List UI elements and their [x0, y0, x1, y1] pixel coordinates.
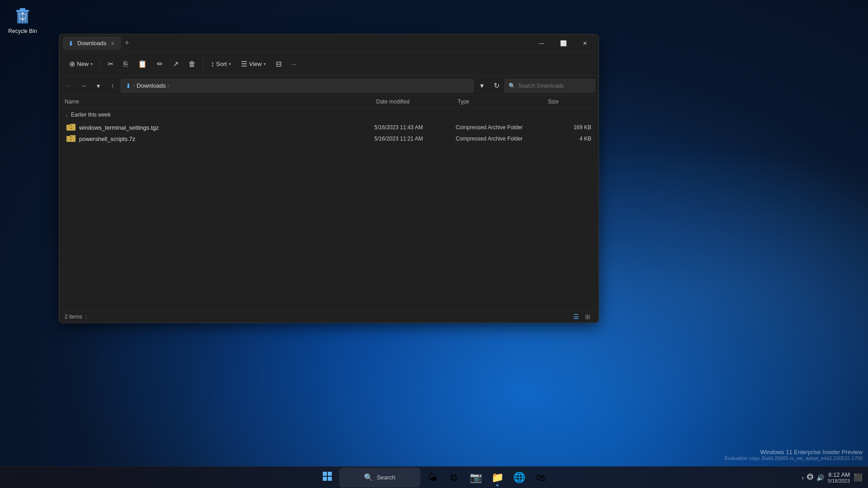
- search-box[interactable]: 🔍: [505, 79, 595, 93]
- toolbar-separator-2: [203, 59, 203, 70]
- volume-tray-icon[interactable]: 🔊: [816, 474, 824, 481]
- file-date-0: 5/16/2023 11:43 AM: [374, 124, 456, 131]
- file-name-cell: powershell_scripts.7z: [66, 135, 374, 142]
- sort-icon: ↕: [211, 60, 214, 68]
- table-row[interactable]: powershell_scripts.7z 5/16/2023 11:21 AM…: [61, 133, 597, 144]
- archive-folder-icon: [66, 124, 75, 131]
- watermark: Windows 11 Enterprise Insider Preview Ev…: [724, 449, 863, 461]
- rename-icon: ✏: [157, 60, 163, 68]
- svg-rect-4: [70, 127, 72, 127]
- table-row[interactable]: windows_terminal_settings.tgz 5/16/2023 …: [61, 122, 597, 133]
- tiles-view-button[interactable]: ⊞: [582, 312, 593, 321]
- widgets-button[interactable]: 🌤: [422, 468, 442, 488]
- recycle-bin-icon[interactable]: Recycle Bin: [5, 5, 41, 34]
- search-input[interactable]: [518, 83, 591, 89]
- edge-button[interactable]: 🌐: [509, 468, 529, 488]
- back-button[interactable]: ←: [63, 80, 75, 92]
- copy-button[interactable]: ⎘: [119, 57, 132, 71]
- close-button[interactable]: ✕: [575, 37, 595, 50]
- recycle-bin-label: Recycle Bin: [8, 28, 37, 34]
- file-list: Name Date modified Type Size ⌄ Earlier t…: [59, 96, 599, 310]
- view-button[interactable]: ☰ View ▾: [236, 57, 270, 71]
- address-dropdown-button[interactable]: ▾: [476, 80, 488, 92]
- file-type-1: Compressed Archive Folder: [456, 136, 546, 142]
- rename-button[interactable]: ✏: [152, 57, 167, 71]
- paste-icon: 📋: [138, 60, 147, 68]
- tab-close-button[interactable]: ×: [110, 40, 115, 47]
- taskbar: 🔍 Search 🌤 ⧉ 📷 📁 🌐 🛍 ‹: [0, 466, 868, 488]
- delete-button[interactable]: 🗑: [184, 57, 200, 71]
- column-type[interactable]: Type: [458, 99, 548, 105]
- store-button[interactable]: 🛍: [531, 468, 551, 488]
- system-tray: ‹ 🔊 8:12 AM 5/18/2023 ⬛: [802, 471, 863, 483]
- clock[interactable]: 8:12 AM 5/18/2023: [828, 471, 850, 483]
- task-view-button[interactable]: ⧉: [444, 468, 464, 488]
- share-button[interactable]: ↗: [168, 57, 183, 71]
- up-button[interactable]: ↑: [106, 80, 119, 92]
- address-path[interactable]: ⬇ › Downloads ›: [121, 79, 474, 93]
- download-tab-icon: ⬇: [68, 40, 74, 47]
- new-tab-button[interactable]: +: [121, 38, 133, 48]
- clock-time: 8:12 AM: [828, 471, 850, 478]
- forward-button[interactable]: →: [77, 80, 90, 92]
- filter-button[interactable]: ⊟: [271, 57, 286, 71]
- view-chevron-icon: ▾: [264, 61, 266, 66]
- new-button[interactable]: ⊕ New ▾: [65, 57, 97, 71]
- file-date-1: 5/16/2023 11:21 AM: [374, 136, 456, 142]
- teams-button[interactable]: 📷: [466, 468, 486, 488]
- svg-rect-6: [70, 136, 72, 137]
- group-header[interactable]: ⌄ Earlier this week: [59, 108, 599, 122]
- svg-rect-3: [70, 125, 72, 126]
- view-toggle: ☰ ⊞: [571, 312, 593, 321]
- view-icon: ☰: [241, 60, 247, 68]
- group-chevron-icon: ⌄: [65, 113, 68, 117]
- status-bar: 2 items ☰ ⊞: [59, 310, 599, 323]
- search-taskbar-icon: 🔍: [364, 473, 373, 482]
- column-name[interactable]: Name: [65, 99, 376, 105]
- task-view-icon: ⧉: [450, 472, 458, 483]
- file-explorer-taskbar-icon: 📁: [491, 472, 504, 483]
- window-controls: — ⬜ ✕: [532, 37, 595, 50]
- file-name-0: windows_terminal_settings.tgz: [79, 124, 159, 131]
- tray-chevron-icon[interactable]: ‹: [802, 474, 804, 481]
- title-bar: ⬇ Downloads × + — ⬜ ✕: [59, 34, 599, 52]
- sort-label: Sort: [216, 61, 227, 67]
- paste-button[interactable]: 📋: [133, 57, 151, 71]
- column-date[interactable]: Date modified: [376, 99, 458, 105]
- search-taskbar-button[interactable]: 🔍 Search: [339, 468, 420, 488]
- path-separator: ›: [133, 82, 135, 89]
- status-divider: [86, 314, 86, 320]
- new-label: New: [77, 61, 89, 67]
- explorer-tab[interactable]: ⬇ Downloads ×: [63, 37, 121, 50]
- column-size[interactable]: Size: [548, 99, 593, 105]
- notification-icon[interactable]: ⬛: [854, 473, 863, 482]
- column-headers: Name Date modified Type Size: [59, 96, 599, 108]
- filter-icon: ⊟: [276, 60, 282, 68]
- recent-locations-button[interactable]: ▾: [92, 80, 104, 92]
- file-explorer-taskbar-button[interactable]: 📁: [487, 468, 507, 488]
- svg-rect-7: [70, 138, 72, 139]
- svg-rect-2: [20, 8, 25, 10]
- item-count: 2 items: [65, 314, 82, 320]
- group-label: Earlier this week: [71, 112, 111, 118]
- search-icon: 🔍: [509, 83, 515, 89]
- refresh-button[interactable]: ↻: [490, 80, 503, 92]
- path-downloads[interactable]: Downloads: [137, 82, 165, 89]
- network-tray-icon[interactable]: [807, 473, 814, 482]
- start-button[interactable]: [317, 468, 337, 488]
- view-label: View: [249, 61, 262, 67]
- minimize-button[interactable]: —: [532, 37, 552, 50]
- details-view-button[interactable]: ☰: [571, 312, 581, 321]
- search-taskbar-label: Search: [377, 474, 395, 481]
- svg-rect-9: [323, 472, 327, 476]
- more-options-button[interactable]: ···: [287, 58, 301, 70]
- sort-button[interactable]: ↕ Sort ▾: [206, 57, 236, 71]
- cut-icon: ✂: [108, 60, 113, 68]
- file-size-0: 169 KB: [546, 124, 591, 131]
- path-download-icon: ⬇: [126, 82, 131, 89]
- cut-button[interactable]: ✂: [103, 57, 118, 71]
- sort-chevron-icon: ▾: [229, 61, 231, 66]
- svg-rect-11: [323, 477, 327, 481]
- maximize-button[interactable]: ⬜: [553, 37, 573, 50]
- widgets-icon: 🌤: [427, 472, 437, 483]
